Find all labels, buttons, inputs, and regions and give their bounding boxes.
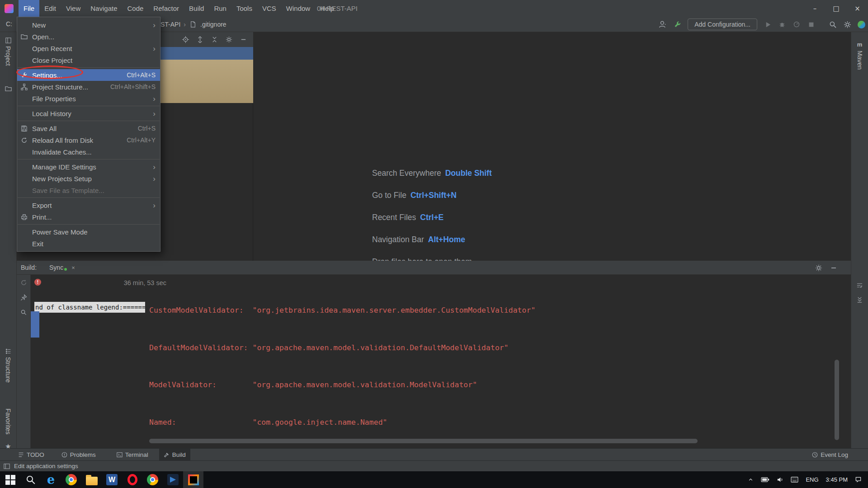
stop-button[interactable] xyxy=(807,20,815,28)
toolwindow-button-structure[interactable]: Structure xyxy=(0,348,16,383)
menu-item-power-save-mode[interactable]: Power Save Mode xyxy=(17,226,160,238)
menu-item-reload-all[interactable]: Reload All from Disk Ctrl+Alt+Y xyxy=(17,134,160,146)
menubar-code[interactable]: Code xyxy=(122,0,148,17)
toolwindow-button-problems[interactable]: Problems xyxy=(57,449,100,461)
submenu-arrow-icon: › xyxy=(153,21,156,29)
close-button[interactable]: × xyxy=(847,0,868,17)
search-everywhere-icon[interactable] xyxy=(829,20,837,28)
collapse-all-icon[interactable] xyxy=(211,36,218,43)
menu-item-exit[interactable]: Exit xyxy=(17,238,160,249)
menubar-edit[interactable]: Edit xyxy=(39,0,61,17)
shortcut-keys: Double Shift xyxy=(445,169,492,178)
maximize-button[interactable]: □ xyxy=(826,0,847,17)
menubar-view[interactable]: View xyxy=(61,0,85,17)
toolwindow-button-event-log[interactable]: Event Log xyxy=(812,449,848,461)
toolwindow-toggle-icon[interactable] xyxy=(4,463,10,469)
file-menu-dropdown: New › Open... Open Recent › Close Projec… xyxy=(17,17,160,252)
toolwindow-button-project[interactable]: Project xyxy=(0,38,16,66)
soft-wrap-icon[interactable] xyxy=(851,282,868,289)
setup-sdk-wrench-icon[interactable] xyxy=(673,20,681,28)
build-tab-sync[interactable]: Sync × xyxy=(49,264,75,271)
menu-item-manage-ide-settings[interactable]: Manage IDE Settings › xyxy=(17,161,160,173)
word-icon[interactable] xyxy=(102,471,122,488)
menubar-build[interactable]: Build xyxy=(184,0,209,17)
menu-item-file-properties[interactable]: File Properties › xyxy=(17,93,160,104)
menu-item-export[interactable]: Export › xyxy=(17,199,160,211)
menu-item-open-recent[interactable]: Open Recent › xyxy=(17,42,160,54)
dev-tool-icon[interactable] xyxy=(163,471,183,488)
settings-gear-icon[interactable] xyxy=(843,20,851,28)
intellij-taskbar-icon[interactable] xyxy=(183,471,203,488)
opera-icon[interactable] xyxy=(122,471,142,488)
action-center-icon[interactable] xyxy=(855,476,862,483)
pin-icon[interactable] xyxy=(20,294,27,301)
menu-item-save-file-as-template[interactable]: Save File as Template... xyxy=(17,184,160,196)
menubar-file[interactable]: File xyxy=(19,0,39,17)
chrome-icon[interactable] xyxy=(61,471,81,488)
tab-close-icon[interactable]: × xyxy=(71,264,75,271)
toolwindow-button-maven[interactable]: m Maven xyxy=(851,41,868,70)
tray-expand-icon[interactable] xyxy=(748,477,754,483)
project-tree-highlight-block[interactable] xyxy=(160,60,253,103)
language-indicator[interactable]: ENG xyxy=(806,476,818,483)
volume-icon[interactable] xyxy=(777,476,783,483)
clock[interactable]: 3:45 PM xyxy=(826,476,848,483)
battery-icon[interactable] xyxy=(761,477,769,483)
preview-magnifier-icon[interactable] xyxy=(20,309,27,316)
add-configuration-button[interactable]: Add Configuration... xyxy=(688,19,757,30)
build-gear-icon[interactable] xyxy=(815,264,822,272)
ide-update-indicator-icon[interactable] xyxy=(858,21,865,28)
panel-gear-icon[interactable] xyxy=(226,36,232,43)
touch-keyboard-icon[interactable] xyxy=(791,477,798,483)
build-hide-icon[interactable] xyxy=(830,264,837,272)
menu-item-print[interactable]: Print... xyxy=(17,211,160,223)
menu-item-new-projects-setup[interactable]: New Projects Setup › xyxy=(17,173,160,184)
menu-item-new[interactable]: New › xyxy=(17,19,160,31)
menubar-refactor[interactable]: Refactor xyxy=(148,0,184,17)
project-tree-selected-row[interactable] xyxy=(160,47,253,60)
minimize-button[interactable]: – xyxy=(804,0,826,17)
start-button[interactable] xyxy=(0,471,20,488)
build-duration: 36 min, 53 sec xyxy=(31,279,166,286)
menu-item-settings[interactable]: Settings... Ctrl+Alt+S xyxy=(17,69,160,81)
menubar-window[interactable]: Window xyxy=(281,0,315,17)
build-tree-selected-node[interactable] xyxy=(31,311,39,338)
structure-strip-label: Structure xyxy=(5,357,12,383)
expand-all-icon[interactable] xyxy=(197,36,203,43)
toolwindow-button-todo[interactable]: TODO xyxy=(14,449,49,461)
breadcrumb-project[interactable]: ST-API xyxy=(160,21,180,28)
menu-item-local-history[interactable]: Local History › xyxy=(17,108,160,119)
rerun-icon[interactable] xyxy=(20,279,27,286)
console-horizontal-scrollbar[interactable] xyxy=(149,439,698,443)
taskbar-search-icon[interactable] xyxy=(20,471,41,488)
edge-icon[interactable] xyxy=(41,471,61,488)
menu-item-save-all[interactable]: Save All Ctrl+S xyxy=(17,122,160,134)
menubar-vcs[interactable]: VCS xyxy=(257,0,281,17)
menubar-navigate[interactable]: Navigate xyxy=(85,0,122,17)
hide-panel-icon[interactable] xyxy=(240,36,247,43)
menu-item-close-project[interactable]: Close Project xyxy=(17,54,160,66)
folder-icon[interactable] xyxy=(0,85,16,92)
breadcrumb-separator: › xyxy=(184,21,186,28)
console-vertical-scrollbar[interactable] xyxy=(835,360,839,440)
locate-target-icon[interactable] xyxy=(182,36,189,43)
toolwindow-button-favorites[interactable]: Favorites xyxy=(0,408,16,435)
menu-item-invalidate-caches[interactable]: Invalidate Caches... xyxy=(17,146,160,158)
menu-item-project-structure[interactable]: Project Structure... Ctrl+Alt+Shift+S xyxy=(17,81,160,93)
profiler-button[interactable] xyxy=(793,20,801,28)
user-account-icon[interactable] xyxy=(659,20,667,28)
editor-area[interactable]: Search Everywhere Double Shift Go to Fil… xyxy=(253,32,851,261)
toolwindow-button-build[interactable]: Build xyxy=(159,449,190,461)
menu-item-open[interactable]: Open... xyxy=(17,31,160,42)
menubar-run[interactable]: Run xyxy=(209,0,231,17)
file-explorer-icon[interactable] xyxy=(81,471,102,488)
toolwindow-button-terminal[interactable]: Terminal xyxy=(112,449,153,461)
chrome-icon-2[interactable] xyxy=(142,471,163,488)
debug-button[interactable] xyxy=(778,20,786,28)
menubar-tools[interactable]: Tools xyxy=(231,0,257,17)
build-tree-row[interactable]: nd of classname legend:====== xyxy=(34,302,145,313)
breadcrumb-drive[interactable]: C: xyxy=(6,20,12,28)
run-button[interactable] xyxy=(764,20,772,28)
scroll-to-end-icon[interactable] xyxy=(851,296,868,303)
breadcrumb-file[interactable]: .gitignore xyxy=(200,21,226,28)
